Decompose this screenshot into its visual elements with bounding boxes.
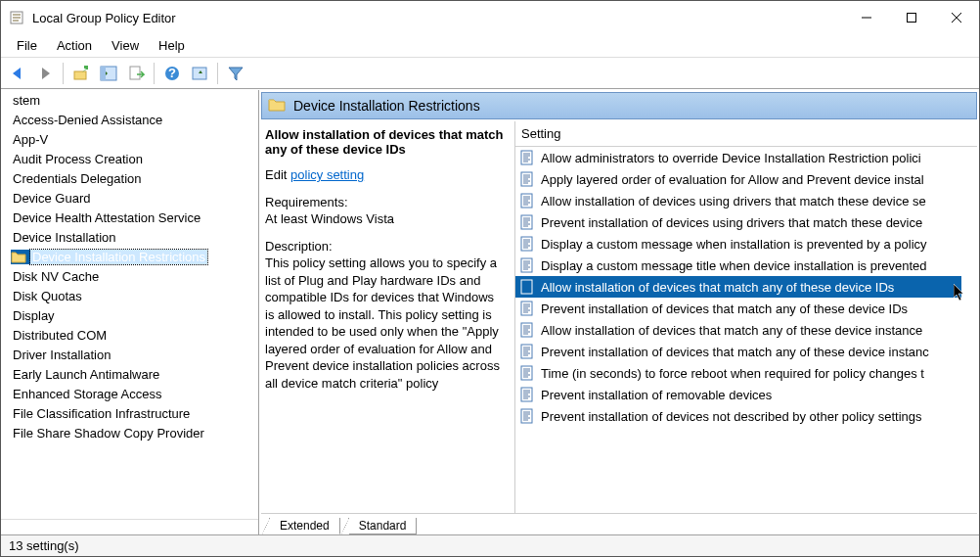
tree-item[interactable]: Device Guard xyxy=(1,188,243,208)
main-area: stemAccess-Denied AssistanceApp-VAudit P… xyxy=(1,89,979,534)
tree-item[interactable]: Access-Denied Assistance xyxy=(1,110,243,129)
setting-row[interactable]: Prevent installation of devices not desc… xyxy=(515,405,961,427)
minimize-button[interactable] xyxy=(844,1,889,34)
tree-item[interactable]: File Share Shadow Copy Provider xyxy=(1,423,243,442)
svg-rect-4 xyxy=(101,67,106,80)
tab-standard[interactable]: Standard xyxy=(348,518,418,534)
svg-rect-2 xyxy=(74,71,86,79)
tree-item[interactable]: File Classification Infrastructure xyxy=(1,403,243,423)
show-hide-tree-button[interactable] xyxy=(96,61,121,86)
tree-item[interactable]: App-V xyxy=(1,129,243,149)
status-bar: 13 setting(s) xyxy=(1,534,979,556)
setting-label: Allow installation of devices that match… xyxy=(541,280,894,295)
tree-item[interactable]: Device Health Attestation Service xyxy=(1,208,243,227)
menu-view[interactable]: View xyxy=(102,34,149,57)
tree-item[interactable]: Audit Process Creation xyxy=(1,149,243,168)
maximize-button[interactable] xyxy=(889,1,934,34)
setting-row[interactable]: Prevent installation of removable device… xyxy=(515,384,961,405)
setting-label: Prevent installation of devices that mat… xyxy=(541,302,908,316)
setting-row[interactable]: Prevent installation of devices that mat… xyxy=(515,341,961,362)
back-button[interactable] xyxy=(5,61,30,86)
column-header-setting[interactable]: Setting xyxy=(515,121,977,147)
list-vertical-scrollbar[interactable] xyxy=(961,147,977,497)
menu-file[interactable]: File xyxy=(7,34,47,57)
properties-button[interactable] xyxy=(187,61,212,86)
menu-action[interactable]: Action xyxy=(47,34,102,57)
tree-item[interactable]: Device Installation Restrictions xyxy=(1,247,243,266)
description-heading: Description: xyxy=(265,239,333,254)
setting-label: Display a custom message when installati… xyxy=(541,237,927,252)
setting-row[interactable]: Allow installation of devices using driv… xyxy=(515,190,961,211)
description-pane: Allow installation of devices that match… xyxy=(261,121,515,513)
tab-extended[interactable]: Extended xyxy=(269,518,340,534)
edit-policy-link[interactable]: policy setting xyxy=(290,167,364,182)
status-text: 13 setting(s) xyxy=(9,538,79,553)
window-title: Local Group Policy Editor xyxy=(32,11,176,25)
setting-label: Allow installation of devices using driv… xyxy=(541,194,926,209)
policy-setting-icon xyxy=(519,171,535,187)
requirements-body: At least Windows Vista xyxy=(265,211,394,226)
setting-row[interactable]: Allow installation of devices that match… xyxy=(515,319,961,341)
folder-icon xyxy=(268,97,286,115)
policy-setting-icon xyxy=(519,150,535,165)
setting-label: Prevent installation of devices that mat… xyxy=(541,345,929,359)
forward-button[interactable] xyxy=(32,61,58,86)
tree-item[interactable]: Device Installation xyxy=(1,227,243,247)
title-bar: Local Group Policy Editor xyxy=(1,1,979,34)
setting-row[interactable]: Display a custom message title when devi… xyxy=(515,255,961,276)
menu-bar: FileActionViewHelp xyxy=(1,34,979,58)
setting-row[interactable]: Allow administrators to override Device … xyxy=(515,147,961,168)
policy-setting-icon xyxy=(519,193,535,209)
folder-icon xyxy=(11,251,26,263)
setting-row[interactable]: Prevent installation of devices that mat… xyxy=(515,298,961,319)
filter-button[interactable] xyxy=(223,61,248,86)
setting-label: Prevent installation of removable device… xyxy=(541,388,772,402)
edit-label: Edit xyxy=(265,167,287,182)
tree-pane: stemAccess-Denied AssistanceApp-VAudit P… xyxy=(1,90,259,534)
tree-item[interactable]: Credentials Delegation xyxy=(1,168,243,188)
policy-setting-icon xyxy=(519,257,535,273)
svg-rect-5 xyxy=(130,67,140,79)
setting-row[interactable]: Allow installation of devices that match… xyxy=(515,276,961,298)
setting-row[interactable]: Display a custom message when installati… xyxy=(515,233,961,255)
setting-row[interactable]: Time (in seconds) to force reboot when r… xyxy=(515,362,961,384)
setting-label: Prevent installation of devices not desc… xyxy=(541,409,922,424)
tree-vertical-scrollbar[interactable] xyxy=(243,90,258,503)
help-button[interactable]: ? xyxy=(159,61,185,86)
export-list-button[interactable] xyxy=(123,61,149,86)
selected-setting-title: Allow installation of devices that match… xyxy=(265,127,507,157)
policy-setting-icon xyxy=(519,214,535,230)
tree-item[interactable]: Driver Installation xyxy=(1,345,243,364)
view-tabs: ExtendedStandard xyxy=(261,513,977,534)
setting-row[interactable]: Prevent installation of devices using dr… xyxy=(515,211,961,233)
setting-row[interactable]: Apply layered order of evaluation for Al… xyxy=(515,168,961,190)
tree-item[interactable]: Distributed COM xyxy=(1,325,243,345)
setting-label: Allow installation of devices that match… xyxy=(541,323,922,338)
setting-label: Apply layered order of evaluation for Al… xyxy=(541,172,924,187)
policy-setting-icon xyxy=(519,279,535,295)
policy-setting-icon xyxy=(519,387,535,402)
tree-item[interactable]: Early Launch Antimalware xyxy=(1,364,243,384)
toolbar: ? xyxy=(1,58,979,89)
policy-setting-icon xyxy=(519,236,535,252)
tree-horizontal-scrollbar[interactable] xyxy=(1,519,258,534)
description-body: This policy setting allows you to specif… xyxy=(265,255,500,391)
up-level-button[interactable] xyxy=(68,61,94,86)
svg-text:?: ? xyxy=(168,66,176,80)
close-button[interactable] xyxy=(934,1,979,34)
setting-label: Time (in seconds) to force reboot when r… xyxy=(541,366,924,381)
tree-item[interactable]: Disk NV Cache xyxy=(1,266,243,286)
tree-item[interactable]: Disk Quotas xyxy=(1,286,243,305)
settings-list-pane: Setting Allow administrators to override… xyxy=(515,121,977,513)
tree-item[interactable]: Enhanced Storage Access xyxy=(1,384,243,403)
tree-item[interactable]: Display xyxy=(1,305,243,325)
svg-rect-1 xyxy=(908,14,916,23)
list-horizontal-scrollbar[interactable] xyxy=(515,497,961,513)
policy-setting-icon xyxy=(519,408,535,424)
policy-setting-icon xyxy=(519,344,535,359)
policy-setting-icon xyxy=(519,322,535,338)
setting-label: Prevent installation of devices using dr… xyxy=(541,215,922,230)
policy-setting-icon xyxy=(519,301,535,316)
menu-help[interactable]: Help xyxy=(149,34,195,57)
tree-item[interactable]: stem xyxy=(1,90,243,110)
